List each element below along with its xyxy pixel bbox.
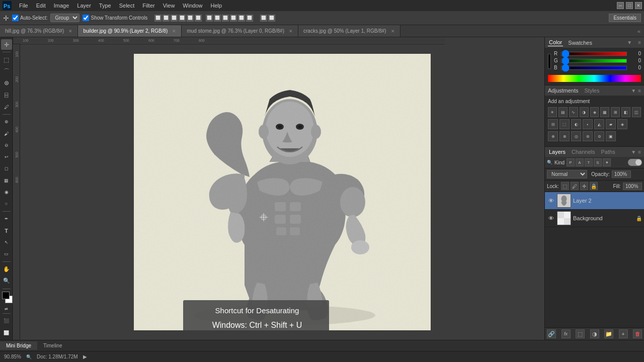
crop-tool[interactable]: ⌸: [1, 89, 12, 100]
swatches-tab[interactable]: Swatches: [567, 39, 593, 46]
distribute-left-icon[interactable]: ⬜: [206, 15, 213, 22]
maximize-button[interactable]: □: [626, 2, 633, 9]
adj-filter-icon[interactable]: A: [576, 158, 584, 166]
quick-select-tool[interactable]: ⊛: [1, 78, 12, 88]
adj-icon-12[interactable]: ▣: [606, 131, 616, 141]
exposure-icon[interactable]: ◑: [580, 107, 589, 117]
layers-menu[interactable]: ≡: [638, 149, 641, 155]
pen-tool[interactable]: ✒: [1, 214, 12, 224]
hue-sat-icon[interactable]: ▦: [600, 107, 609, 117]
layer-fx-button[interactable]: fx: [561, 329, 571, 338]
foreground-color-swatch[interactable]: [548, 54, 551, 69]
lock-position-icon[interactable]: ✛: [580, 182, 588, 190]
auto-select-checkbox[interactable]: Auto-Select:: [12, 15, 47, 21]
bw-icon[interactable]: ◧: [621, 107, 630, 117]
color-tab[interactable]: Color: [548, 39, 563, 46]
layer-new-button[interactable]: +: [619, 329, 628, 338]
distribute-bottom-icon[interactable]: ⬜: [246, 15, 253, 22]
brush-tool[interactable]: 🖌: [1, 128, 12, 139]
gradient-tool[interactable]: ▦: [1, 175, 12, 186]
distribute-top-icon[interactable]: ⬜: [230, 15, 237, 22]
healing-brush-tool[interactable]: ⊕: [1, 117, 12, 127]
adjustments-tab[interactable]: Adjustments: [548, 87, 579, 94]
hand-tool[interactable]: ✋: [1, 264, 12, 275]
tab-mud-close[interactable]: ✕: [289, 29, 293, 34]
invert-icon[interactable]: ◐: [571, 119, 581, 129]
selective-color-icon[interactable]: ◈: [617, 119, 627, 129]
b-slider[interactable]: [561, 66, 627, 70]
channels-tab[interactable]: Channels: [571, 148, 596, 155]
lasso-tool[interactable]: ⌒: [1, 66, 12, 77]
gradient-map-icon[interactable]: ▰: [606, 119, 616, 129]
layer-link-button[interactable]: 🔗: [547, 329, 556, 338]
blend-mode-select[interactable]: Normal Dissolve Multiply Screen Overlay: [547, 170, 587, 178]
group-icon[interactable]: ⬜: [268, 15, 275, 22]
opacity-input[interactable]: [612, 170, 631, 178]
zoom-tool[interactable]: 🔍: [1, 276, 12, 286]
distribute-center-h-icon[interactable]: ⬜: [214, 15, 221, 22]
filter-toggle[interactable]: [628, 159, 642, 166]
distribute-right-icon[interactable]: ⬜: [222, 15, 229, 22]
align-left-icon[interactable]: ⬜: [154, 15, 162, 22]
tab-hill-close[interactable]: ✕: [68, 29, 72, 34]
distribute-middle-icon[interactable]: ⬜: [238, 15, 245, 22]
menu-item-view[interactable]: View: [159, 2, 179, 10]
layer-2-name[interactable]: Layer 2: [573, 198, 642, 204]
blur-tool[interactable]: ◉: [1, 187, 12, 197]
background-visibility-toggle[interactable]: 👁: [547, 214, 555, 222]
adj-icon-10[interactable]: ⊛: [583, 131, 593, 141]
layer-row-2[interactable]: 👁 Layer 2: [545, 192, 644, 210]
lock-all-icon[interactable]: 🔒: [590, 182, 598, 190]
align-bottom-icon[interactable]: ⬜: [195, 15, 202, 22]
path-select-tool[interactable]: ↖: [1, 237, 12, 247]
tab-hill[interactable]: hill.jpg @ 76.3% (RGB/8#) ✕: [0, 25, 78, 37]
color-lookup-icon[interactable]: ⬚: [559, 119, 570, 129]
color-panel-menu[interactable]: ≡: [638, 40, 641, 45]
adj-icon-11[interactable]: ⊜: [594, 131, 604, 141]
vibrance-icon[interactable]: ◈: [590, 107, 599, 117]
essentials-button[interactable]: Essentials: [609, 14, 641, 22]
move-tool-button[interactable]: ✛: [1, 39, 12, 50]
menu-item-edit[interactable]: Edit: [32, 2, 50, 10]
foreground-color[interactable]: [2, 292, 10, 299]
curves-icon[interactable]: ∿: [569, 107, 578, 117]
layer-row-background[interactable]: 👁 Background 🔒: [545, 210, 644, 227]
stamp-tool[interactable]: ⊖: [1, 140, 12, 150]
layer-group-button[interactable]: 📁: [604, 329, 613, 338]
switch-colors-icon[interactable]: ⇄: [5, 307, 8, 311]
quick-mask-button[interactable]: ⬛: [1, 316, 12, 326]
styles-tab[interactable]: Styles: [584, 87, 601, 94]
align-top-icon[interactable]: ⬜: [179, 15, 186, 22]
tab-cracks-close[interactable]: ✕: [391, 29, 395, 34]
smart-filter-icon[interactable]: ✦: [603, 158, 611, 166]
brightness-contrast-icon[interactable]: ☀: [548, 107, 557, 117]
menu-item-window[interactable]: Window: [179, 2, 206, 10]
text-filter-icon[interactable]: T: [585, 158, 593, 166]
tab-mud[interactable]: mud stome.jpg @ 76.3% (Layer 0, RGB/8#) …: [182, 25, 298, 37]
adj-icon-7[interactable]: ⊕: [548, 131, 558, 141]
align-center-h-icon[interactable]: ⬜: [163, 15, 170, 22]
photo-filter-icon[interactable]: ◫: [632, 107, 641, 117]
screen-mode-button[interactable]: ⬜: [1, 327, 12, 338]
menu-item-layer[interactable]: Layer: [73, 2, 95, 10]
tab-builder[interactable]: builder.jpg @ 90.9% (Layer 2, RGB/8) ✕: [78, 25, 182, 37]
layers-collapse[interactable]: ▼: [631, 149, 636, 155]
color-balance-icon[interactable]: ⊞: [611, 107, 620, 117]
tab-builder-close[interactable]: ✕: [172, 29, 176, 34]
layer-2-visibility-toggle[interactable]: 👁: [547, 197, 555, 205]
lock-image-icon[interactable]: 🖊: [571, 182, 579, 190]
menu-item-image[interactable]: Image: [50, 2, 73, 10]
align-middle-icon[interactable]: ⬜: [187, 15, 194, 22]
menu-item-help[interactable]: Help: [206, 2, 226, 10]
tab-cracks[interactable]: cracks.jpg @ 50% (Layer 1, RGB/8#) ✕: [298, 25, 400, 37]
panels-collapse-button[interactable]: «: [634, 28, 644, 34]
layers-tab[interactable]: Layers: [548, 148, 567, 155]
menu-item-select[interactable]: Select: [115, 2, 139, 10]
paths-tab[interactable]: Paths: [600, 148, 616, 155]
shape-tool[interactable]: ▭: [1, 249, 12, 259]
background-layer-name[interactable]: Background: [573, 215, 634, 221]
shape-filter-icon[interactable]: S: [594, 158, 602, 166]
close-button[interactable]: ✕: [635, 2, 642, 9]
color-panel-collapse[interactable]: ▼: [627, 40, 632, 45]
mini-bridge-tab[interactable]: Mini Bridge: [0, 341, 37, 350]
